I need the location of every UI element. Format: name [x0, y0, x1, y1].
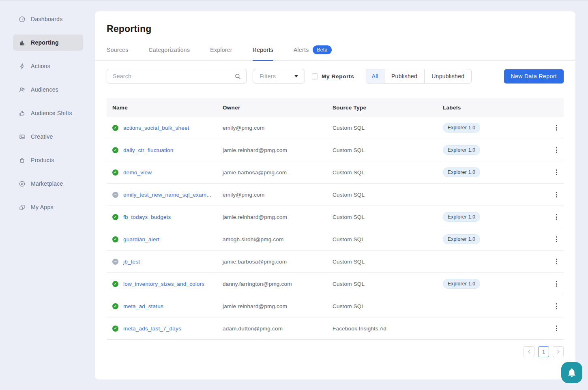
report-name-link[interactable]: meta_ads_last_7_days [123, 326, 181, 332]
row-menu-button[interactable] [549, 256, 564, 267]
row-menu-button[interactable] [549, 122, 564, 133]
status-icon [112, 326, 118, 332]
next-page-button[interactable] [553, 346, 564, 357]
status-icon [112, 281, 118, 287]
sidebar-item-label: Actions [31, 63, 50, 69]
sidebar-item-dashboards[interactable]: Dashboards [13, 11, 83, 27]
tab-sources[interactable]: Sources [107, 45, 128, 61]
row-menu-button[interactable] [549, 279, 564, 289]
sidebar-item-label: Audience Shifts [31, 110, 72, 116]
status-icon [112, 169, 118, 176]
page-title: Reporting [107, 24, 564, 34]
report-name-link[interactable]: low_inventory_sizes_and_colors [123, 281, 204, 287]
report-name-link[interactable]: jb_test [123, 259, 140, 265]
row-menu-button[interactable] [549, 234, 564, 244]
notifications-fab[interactable] [561, 362, 582, 383]
table-row: meta_ad_status jamie.reinhard@pmg.com Cu… [107, 295, 564, 317]
report-name-link[interactable]: actions_social_bulk_sheet [123, 125, 189, 131]
label-pill: Explorer 1.0 [443, 234, 480, 244]
table-row: daily_ctr_fluctuation jamie.reinhard@pmg… [107, 139, 564, 161]
tab-label: Sources [107, 47, 128, 53]
owner-cell: jamie.reinhard@pmg.com [217, 147, 327, 153]
sidebar-item-label: My Apps [31, 204, 54, 210]
page-number-button[interactable]: 1 [538, 346, 549, 357]
labels-cell: Explorer 1.0 [437, 145, 549, 155]
owner-cell: jamie.barbosa@pmg.com [217, 169, 327, 176]
segment-all[interactable]: All [366, 69, 384, 83]
owner-cell: emily@pmg.com [217, 192, 327, 198]
table-row: low_inventory_sizes_and_colors danny.far… [107, 273, 564, 295]
search-icon [234, 73, 241, 80]
status-icon [112, 214, 118, 220]
new-data-report-button[interactable]: New Data Report [504, 69, 564, 84]
label-pill: Explorer 1.0 [443, 167, 480, 177]
report-name-link[interactable]: demo_view [123, 169, 152, 176]
tab-reports[interactable]: Reports [253, 45, 273, 61]
owner-cell: jamie.barbosa@pmg.com [217, 259, 327, 265]
filters-dropdown[interactable]: Filters [253, 69, 305, 84]
chevron-down-icon [294, 75, 298, 77]
reports-table: Name Owner Source Type Labels actions_so… [107, 98, 564, 340]
reporting-card: Reporting Sources Categorizations Explor… [95, 11, 575, 379]
row-menu-button[interactable] [549, 145, 564, 155]
my-reports-label: My Reports [322, 73, 354, 79]
source-type-cell: Custom SQL [327, 303, 437, 309]
labels-cell: Explorer 1.0 [437, 123, 549, 133]
app-root: Dashboards Reporting Actions Audiences A… [0, 0, 588, 390]
label-pill: Explorer 1.0 [443, 212, 480, 222]
tab-explorer[interactable]: Explorer [210, 45, 232, 61]
sidebar-item-actions[interactable]: Actions [13, 58, 83, 74]
table-row: guardian_alert amogh.sirohi@pmg.com Cust… [107, 228, 564, 251]
row-menu-button[interactable] [549, 189, 564, 200]
sidebar-item-audiences[interactable]: Audiences [13, 81, 83, 98]
beta-badge: Beta [313, 45, 332, 54]
source-type-cell: Custom SQL [327, 169, 437, 176]
sidebar-item-reporting[interactable]: Reporting [13, 34, 83, 51]
sidebar-item-audience-shifts[interactable]: Audience Shifts [13, 105, 83, 121]
source-type-cell: Custom SQL [327, 214, 437, 220]
sidebar-item-creative[interactable]: Creative [13, 129, 83, 145]
report-name-link[interactable]: emily_test_new_name_sql_exam... [123, 192, 211, 198]
owner-cell: jamie.reinhard@pmg.com [217, 214, 327, 220]
my-reports-checkbox[interactable] [312, 73, 318, 79]
segment-published[interactable]: Published [384, 69, 424, 83]
search-input[interactable] [113, 73, 234, 79]
sidebar-item-my-apps[interactable]: My Apps [13, 199, 83, 215]
gauge-icon [19, 16, 26, 23]
image-icon [19, 133, 26, 140]
tab-alerts[interactable]: Alerts Beta [294, 45, 332, 61]
tab-bar: Sources Categorizations Explorer Reports… [95, 45, 575, 61]
bag-icon [19, 157, 26, 164]
sidebar-item-products[interactable]: Products [13, 152, 83, 168]
owner-cell: adam.dutton@pmg.com [217, 326, 327, 332]
report-name-link[interactable]: fb_todays_budgets [123, 214, 171, 220]
row-menu-button[interactable] [549, 301, 564, 311]
source-type-cell: Custom SQL [327, 147, 437, 153]
prev-page-button[interactable] [524, 346, 534, 357]
chevron-right-icon [556, 349, 560, 354]
label-pill: Explorer 1.0 [443, 279, 480, 289]
row-menu-button[interactable] [549, 167, 564, 178]
tab-categorizations[interactable]: Categorizations [148, 45, 190, 61]
status-icon [112, 192, 118, 198]
publish-filter-segmented: All Published Unpublished [366, 69, 472, 84]
row-menu-button[interactable] [549, 323, 564, 334]
table-row: emily_test_new_name_sql_exam... emily@pm… [107, 184, 564, 206]
sidebar-item-label: Dashboards [31, 16, 63, 22]
source-type-cell: Custom SQL [327, 125, 437, 131]
owner-cell: emily@pmg.com [217, 125, 327, 131]
source-type-cell: Custom SQL [327, 192, 437, 198]
row-menu-button[interactable] [549, 212, 564, 222]
labels-cell: Explorer 1.0 [437, 212, 549, 222]
sidebar-item-marketplace[interactable]: Marketplace [13, 176, 83, 192]
owner-cell: amogh.sirohi@pmg.com [217, 236, 327, 242]
column-header-labels: Labels [437, 105, 549, 111]
tab-label: Explorer [210, 47, 232, 53]
source-type-cell: Custom SQL [327, 259, 437, 265]
segment-unpublished[interactable]: Unpublished [424, 69, 471, 83]
owner-cell: danny.farrington@pmg.com [217, 281, 327, 287]
report-name-link[interactable]: meta_ad_status [123, 303, 163, 309]
label-pill: Explorer 1.0 [443, 123, 480, 133]
report-name-link[interactable]: daily_ctr_fluctuation [123, 147, 174, 153]
report-name-link[interactable]: guardian_alert [123, 236, 159, 242]
